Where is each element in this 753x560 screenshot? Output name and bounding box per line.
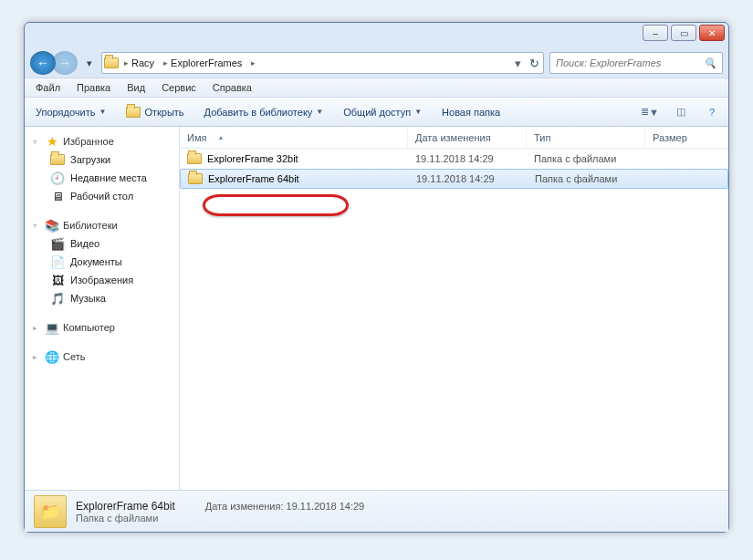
network-icon: 🌐: [45, 349, 59, 364]
sidebar: ▿★Избранное Загрузки 🕘Недавние места 🖥Ра…: [25, 127, 180, 490]
library-icon: 📚: [45, 218, 59, 233]
desktop-icon: 🖥: [50, 189, 65, 203]
sidebar-item-recent[interactable]: 🕘Недавние места: [26, 169, 177, 187]
organize-button[interactable]: Упорядочить ▼: [32, 104, 110, 120]
table-row[interactable]: ExplorerFrame 32bit19.11.2018 14:29Папка…: [180, 149, 728, 169]
sidebar-favorites[interactable]: ▿★Избранное: [26, 132, 177, 150]
col-size[interactable]: Размер: [645, 127, 728, 148]
file-date: 19.11.2018 14:29: [409, 173, 528, 184]
menu-edit[interactable]: Правка: [69, 80, 118, 95]
col-date[interactable]: Дата изменения: [408, 127, 527, 148]
new-folder-button[interactable]: Новая папка: [438, 104, 504, 120]
view-options-icon[interactable]: ≣ ▼: [641, 103, 659, 121]
menu-help[interactable]: Справка: [205, 80, 259, 95]
preview-pane-icon[interactable]: ◫: [672, 103, 690, 121]
table-row[interactable]: ExplorerFrame 64bit19.11.2018 14:29Папка…: [180, 169, 728, 189]
sidebar-item-music[interactable]: 🎵Музыка: [26, 289, 177, 307]
documents-icon: 📄: [50, 254, 65, 269]
add-library-button[interactable]: Добавить в библиотеку ▼: [201, 104, 328, 120]
file-name: ExplorerFrame 64bit: [208, 173, 299, 184]
col-name[interactable]: Имя: [180, 127, 408, 148]
sidebar-item-pictures[interactable]: 🖼Изображения: [26, 271, 177, 289]
file-list: Имя Дата изменения Тип Размер ExplorerFr…: [180, 127, 728, 490]
folder-icon: 📁: [34, 495, 67, 528]
menubar: Файл Правка Вид Сервис Справка: [25, 78, 728, 98]
toolbar: Упорядочить ▼ Открыть Добавить в библиот…: [25, 98, 728, 127]
breadcrumb: ▸ExplorerFrames: [160, 56, 246, 70]
sidebar-item-desktop[interactable]: 🖥Рабочий стол: [26, 187, 177, 205]
file-type: Папка с файлами: [528, 173, 646, 184]
explorer-window: – ▭ ✕ ← → ▾ ▸Racy ▸ExplorerFrames ▸ ▾ ↻ …: [24, 22, 729, 533]
status-bar: 📁 ExplorerFrame 64bit Дата изменения: 19…: [25, 490, 728, 532]
sidebar-item-downloads[interactable]: Загрузки: [26, 150, 177, 169]
help-icon[interactable]: ?: [703, 103, 721, 121]
recent-icon: 🕘: [50, 171, 65, 185]
file-date: 19.11.2018 14:29: [408, 153, 527, 164]
menu-view[interactable]: Вид: [120, 80, 152, 95]
titlebar: – ▭ ✕: [25, 23, 728, 48]
close-button[interactable]: ✕: [699, 25, 725, 41]
pictures-icon: 🖼: [50, 273, 65, 287]
menu-file[interactable]: Файл: [28, 80, 68, 95]
breadcrumb: ▸Racy: [120, 56, 158, 70]
sidebar-item-video[interactable]: 🎬Видео: [26, 234, 177, 253]
sidebar-network[interactable]: ▸🌐Сеть: [26, 347, 177, 366]
music-icon: 🎵: [50, 291, 65, 306]
status-title: ExplorerFrame 64bit: [76, 500, 175, 513]
video-icon: 🎬: [50, 236, 65, 251]
dropdown-icon[interactable]: ▾: [510, 56, 525, 70]
file-name: ExplorerFrame 32bit: [207, 153, 298, 164]
address-bar[interactable]: ▸Racy ▸ExplorerFrames ▸ ▾ ↻: [101, 52, 544, 74]
forward-button[interactable]: →: [52, 51, 78, 75]
sidebar-item-documents[interactable]: 📄Документы: [26, 253, 177, 271]
navbar: ← → ▾ ▸Racy ▸ExplorerFrames ▸ ▾ ↻ 🔍: [25, 48, 728, 78]
column-headers: Имя Дата изменения Тип Размер: [180, 127, 728, 149]
minimize-button[interactable]: –: [643, 25, 668, 41]
status-type: Папка с файлами: [76, 513, 364, 524]
search-input[interactable]: [556, 57, 698, 68]
folder-icon: [104, 56, 119, 70]
folder-icon: [187, 151, 202, 166]
sidebar-computer[interactable]: ▸💻Компьютер: [26, 318, 177, 337]
computer-icon: 💻: [45, 320, 59, 335]
folder-icon: [188, 171, 203, 186]
sidebar-libraries[interactable]: ▿📚Библиотеки: [26, 216, 177, 234]
maximize-button[interactable]: ▭: [671, 25, 696, 41]
search-box[interactable]: 🔍: [549, 52, 723, 74]
star-icon: ★: [45, 134, 59, 149]
refresh-icon[interactable]: ↻: [527, 56, 541, 70]
file-type: Папка с файлами: [527, 153, 645, 164]
share-button[interactable]: Общий доступ ▼: [340, 104, 425, 120]
menu-tools[interactable]: Сервис: [154, 80, 204, 95]
history-dropdown[interactable]: ▾: [83, 51, 96, 75]
search-icon: 🔍: [704, 57, 716, 69]
open-button[interactable]: Открыть: [122, 102, 187, 122]
col-type[interactable]: Тип: [527, 127, 645, 148]
